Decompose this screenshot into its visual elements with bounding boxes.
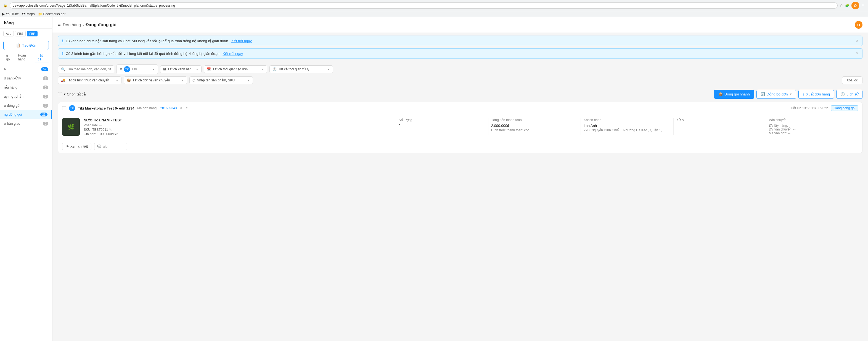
sidebar-item-label: iếu hàng <box>4 85 18 90</box>
star-icon[interactable]: ☆ <box>840 4 843 7</box>
customer-address: 27B, Nguyễn Đình Chiểu , Phường Đa Kao ,… <box>584 128 670 132</box>
user-avatar[interactable]: O <box>855 21 863 29</box>
sidebar: hàng ALL FBS FBP 📋 Tạo Đơn g gói Hoàn hà… <box>0 17 53 341</box>
comment-placeholder: alo <box>103 144 107 148</box>
order-id-label: Mã đơn hàng: <box>137 106 158 110</box>
product-name: Nước Hoa NAM - TEST <box>84 118 392 122</box>
clock-icon: 🕐 <box>273 67 277 71</box>
menu-toggle-icon[interactable]: ≡ <box>58 22 60 27</box>
order-footer: 👁 Xem chi tiết 💬 alo <box>58 140 862 153</box>
quantity-col: Số lượng 2 <box>396 118 488 135</box>
user-avatar[interactable]: O <box>851 2 859 9</box>
tab-all[interactable]: Tất cả <box>35 52 49 63</box>
action-buttons-group: 📦 Đóng gói nhanh 🔄 Đồng bộ đơn ▼ ↑ Xuất … <box>714 90 863 99</box>
shipping-form-label: Tất cả hình thức vận chuyển <box>67 78 109 82</box>
pack-icon: 📦 <box>718 92 723 96</box>
chevron-down-icon: ▼ <box>196 68 198 71</box>
sidebar-item-5[interactable]: ng đóng gói 21 <box>0 110 52 119</box>
order-checkbox[interactable] <box>62 106 66 110</box>
select-all-checkbox[interactable] <box>58 92 62 96</box>
sidebar-item-6[interactable]: ờ bàn giao 0 <box>0 119 52 128</box>
bookmark-youtube[interactable]: ▶ YouTube <box>2 12 19 16</box>
sidebar-item-1[interactable]: ờ sàn xử lý 2 <box>0 74 52 83</box>
puzzle-icon[interactable]: 🧩 <box>845 4 849 7</box>
customer-name: Lan Anh <box>584 124 670 128</box>
shipping-tracking: Mã vận đơn: -- <box>769 131 856 135</box>
product-category: Phân loại: -- <box>84 123 392 127</box>
view-detail-button[interactable]: 👁 Xem chi tiết <box>62 143 91 150</box>
sidebar-item-badge: 0 <box>43 86 48 90</box>
menu-icon[interactable]: ⋮ <box>861 4 865 7</box>
sidebar-item-2[interactable]: iếu hàng 0 <box>0 83 52 92</box>
tab-all[interactable]: ALL <box>3 31 14 36</box>
alert-bar-1: ℹ Có 3 kênh bán gần hết hạn kết nối, vui… <box>58 48 863 59</box>
tab-packing[interactable]: g gói <box>3 52 15 63</box>
comment-icon: 💬 <box>97 144 101 148</box>
sidebar-item-label: uy một phần <box>4 94 24 99</box>
page-header: ≡ Đơn hàng › Đang đóng gói O <box>53 17 868 33</box>
platform-select[interactable]: ⊕ TK Tiki ▼ <box>117 64 158 74</box>
chevron-down-icon: ▼ <box>327 68 330 71</box>
time-create-select[interactable]: 📅 Tất cả thời gian tạo đơn ▼ <box>204 65 267 73</box>
product-placeholder: Nhập tên sản phẩm, SKU <box>197 78 235 82</box>
carrier-icon: 📦 <box>127 78 131 82</box>
alert-close-0[interactable]: × <box>856 38 858 43</box>
clear-filter-button[interactable]: Xóa lọc <box>842 76 863 84</box>
comment-input[interactable]: 💬 alo <box>94 143 127 150</box>
sidebar-item-label: ng đóng gói <box>4 112 22 116</box>
copy-icon[interactable]: ⧉ <box>180 106 182 110</box>
alert-close-1[interactable]: × <box>856 51 858 56</box>
bookmark-bar[interactable]: 📁 Bookmarks bar <box>38 12 66 16</box>
filter-section: 🔍 ⊕ TK Tiki ▼ ⊞ Tất cả kênh bán ▼ 📅 Tất … <box>53 61 868 84</box>
alert-link-1[interactable]: Kết nối ngay <box>222 52 243 56</box>
sync-icon: 🔄 <box>761 92 765 96</box>
history-button[interactable]: 🕐 Lịch sử <box>836 90 863 99</box>
sidebar-item-4[interactable]: ờ đóng gói 0 <box>0 101 52 110</box>
time-process-select[interactable]: 🕐 Tất cả thời gian xử lý ▼ <box>270 65 333 73</box>
filter-row-2: 🚚 Tất cả hình thức vận chuyển ▼ 📦 Tất cả… <box>58 76 863 84</box>
breadcrumb: Đơn hàng › Đang đóng gói <box>63 22 117 27</box>
order-status-badge: Đang đóng gói <box>831 105 858 111</box>
select-all-label[interactable]: ▾ Chọn tất cả <box>64 92 86 96</box>
tab-fbs[interactable]: FBS <box>15 31 26 36</box>
sync-order-button[interactable]: 🔄 Đồng bộ đơn ▼ <box>756 90 797 99</box>
order-id-value[interactable]: 281689343 <box>160 106 177 110</box>
alert-bar-0: ℹ 13 kênh bán chưa bật Bán hàng và Chat,… <box>58 36 863 46</box>
truck-icon: 🚚 <box>61 78 65 82</box>
sidebar-item-badge: 21 <box>40 112 48 116</box>
shipping-unit-select[interactable]: 📦 Tất cả đơn vị vận chuyển ▼ <box>124 76 187 84</box>
sidebar-item-badge: 2 <box>43 76 48 80</box>
external-link-icon[interactable]: ↗ <box>185 106 188 110</box>
lock-icon: 🔒 <box>3 4 7 7</box>
create-order-button[interactable]: 📋 Tạo Đơn <box>3 41 49 50</box>
tab-return[interactable]: Hoàn hàng <box>15 52 35 63</box>
export-order-button[interactable]: ↑ Xuất đơn hàng <box>799 90 834 99</box>
sidebar-item-0[interactable]: à 52 <box>0 65 52 74</box>
customer-header: Khách hàng <box>584 118 670 122</box>
bookmark-maps[interactable]: 🗺 Maps <box>22 12 34 16</box>
edit-icon[interactable]: ✎ <box>109 128 112 132</box>
select-all-area[interactable]: ▾ Chọn tất cả <box>58 92 86 96</box>
order-card-0: TK Tiki Marketplace Test 6- edit 1234 Mã… <box>58 102 863 153</box>
channel-label: Tất cả kênh bán <box>167 67 192 71</box>
shipping-pickup: ĐV lấy hàng: <box>769 124 856 128</box>
chevron-down-icon: ▼ <box>247 79 250 82</box>
product-select[interactable]: ⬡ Nhập tên sản phẩm, SKU ▼ <box>189 76 253 84</box>
tab-fbp[interactable]: FBP <box>27 31 37 36</box>
processing-value: -- <box>676 124 763 128</box>
time-process-label: Tất cả thời gian xử lý <box>278 67 309 71</box>
pack-quick-button[interactable]: 📦 Đóng gói nhanh <box>714 90 754 99</box>
channel-select[interactable]: ⊞ Tất cả kênh bán ▼ <box>160 65 202 73</box>
sidebar-item-3[interactable]: uy một phần 0 <box>0 92 52 101</box>
shipping-form-select[interactable]: 🚚 Tất cả hình thức vận chuyển ▼ <box>58 76 122 84</box>
alert-link-0[interactable]: Kết nối ngay <box>231 39 252 43</box>
order-store-name: Tiki Marketplace Test 6- edit 1234 <box>78 106 134 110</box>
filter-row-1: 🔍 ⊕ TK Tiki ▼ ⊞ Tất cả kênh bán ▼ 📅 Tất … <box>58 64 863 74</box>
url-bar[interactable]: dev-app.octosells.com/orders?page=1&tabS… <box>10 2 838 8</box>
alert-content-1: ℹ Có 3 kênh bán gần hết hạn kết nối, vui… <box>62 52 243 56</box>
search-input[interactable] <box>67 67 111 71</box>
search-input-wrapper[interactable]: 🔍 <box>58 65 114 73</box>
product-sku: SKU: TEST0011 ✎ <box>84 128 392 132</box>
eye-icon: 👁 <box>66 144 69 148</box>
sidebar-item-label: ờ bàn giao <box>4 122 20 126</box>
